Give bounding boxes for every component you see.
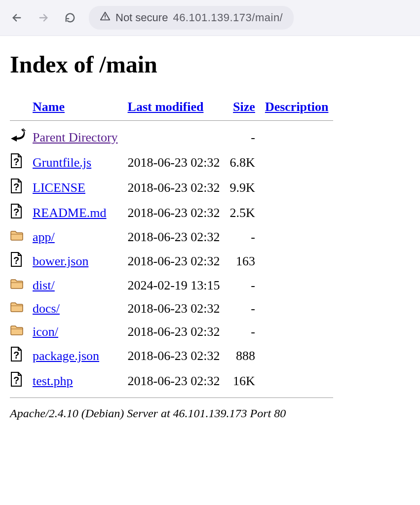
row-size-cell: 6.8K xyxy=(225,150,260,175)
row-name-cell: package.json xyxy=(28,343,123,368)
file-link[interactable]: README.md xyxy=(33,206,107,220)
row-modified-cell: 2018-06-23 02:32 xyxy=(123,200,225,225)
row-size-cell: - xyxy=(225,297,260,320)
page-body: Index of /main Name Last modified Size D… xyxy=(0,36,420,440)
row-modified-cell: 2024-02-19 13:15 xyxy=(123,274,225,297)
row-icon-cell: ? xyxy=(10,368,28,394)
row-modified-cell: 2018-06-23 02:32 xyxy=(123,225,225,249)
row-size-cell: - xyxy=(225,225,260,249)
file-link[interactable]: docs/ xyxy=(33,301,60,316)
row-name-cell: LICENSE xyxy=(28,175,123,200)
row-icon-cell xyxy=(10,225,28,249)
folder-icon xyxy=(10,300,23,316)
divider xyxy=(10,397,333,398)
svg-point-3 xyxy=(105,18,106,19)
directory-listing: Name Last modified Size Description Pare… xyxy=(10,98,333,402)
header-size[interactable]: Size xyxy=(225,98,260,116)
unknown-file-icon: ? xyxy=(10,178,23,194)
table-row: docs/2018-06-23 02:32- xyxy=(10,297,333,320)
file-link[interactable]: icon/ xyxy=(33,325,58,339)
not-secure-label: Not secure xyxy=(115,11,168,24)
table-row: ? Gruntfile.js2018-06-23 02:326.8K xyxy=(10,150,333,175)
row-size-cell: 9.9K xyxy=(225,175,260,200)
unknown-file-icon: ? xyxy=(10,203,23,219)
url-text: 46.101.139.173/main/ xyxy=(173,11,283,24)
row-description-cell xyxy=(260,320,334,343)
server-footer: Apache/2.4.10 (Debian) Server at 46.101.… xyxy=(10,407,410,420)
svg-text:?: ? xyxy=(13,255,19,266)
row-modified-cell xyxy=(123,125,225,150)
folder-icon xyxy=(10,323,23,339)
row-icon-cell xyxy=(10,297,28,320)
row-name-cell: bower.json xyxy=(28,249,123,274)
row-size-cell: - xyxy=(225,274,260,297)
row-icon-cell xyxy=(10,274,28,297)
row-size-cell: 163 xyxy=(225,249,260,274)
row-icon-cell: ? xyxy=(10,200,28,225)
file-link[interactable]: bower.json xyxy=(33,254,88,268)
row-modified-cell: 2018-06-23 02:32 xyxy=(123,368,225,394)
file-link[interactable]: test.php xyxy=(33,374,73,388)
address-bar[interactable]: Not secure 46.101.139.173/main/ xyxy=(89,6,294,30)
parent-directory-icon xyxy=(10,128,23,144)
table-row: ? bower.json2018-06-23 02:32163 xyxy=(10,249,333,274)
not-secure-icon xyxy=(100,11,111,25)
header-description[interactable]: Description xyxy=(260,98,334,116)
row-description-cell xyxy=(260,343,334,368)
table-row: dist/2024-02-19 13:15- xyxy=(10,274,333,297)
table-row: icon/2018-06-23 02:32- xyxy=(10,320,333,343)
browser-toolbar: Not secure 46.101.139.173/main/ xyxy=(0,0,420,36)
file-link[interactable]: dist/ xyxy=(33,278,55,292)
svg-text:?: ? xyxy=(13,181,19,192)
row-name-cell: test.php xyxy=(28,368,123,394)
svg-text:?: ? xyxy=(13,375,19,386)
table-row: ? README.md2018-06-23 02:322.5K xyxy=(10,200,333,225)
row-modified-cell: 2018-06-23 02:32 xyxy=(123,150,225,175)
svg-text:?: ? xyxy=(13,207,19,217)
svg-text:?: ? xyxy=(13,350,19,361)
unknown-file-icon: ? xyxy=(10,252,23,267)
row-description-cell xyxy=(260,175,334,200)
row-size-cell: - xyxy=(225,125,260,150)
row-description-cell xyxy=(260,225,334,249)
row-description-cell xyxy=(260,150,334,175)
back-button[interactable] xyxy=(9,10,25,26)
row-icon-cell: ? xyxy=(10,175,28,200)
row-modified-cell: 2018-06-23 02:32 xyxy=(123,320,225,343)
row-modified-cell: 2018-06-23 02:32 xyxy=(123,175,225,200)
row-description-cell xyxy=(260,297,334,320)
file-link[interactable]: package.json xyxy=(33,349,99,363)
forward-button[interactable] xyxy=(36,10,51,26)
table-row: ? test.php2018-06-23 02:3216K xyxy=(10,368,333,394)
header-row: Name Last modified Size Description xyxy=(10,98,333,116)
table-row: Parent Directory- xyxy=(10,125,333,150)
row-name-cell: docs/ xyxy=(28,297,123,320)
header-name[interactable]: Name xyxy=(28,98,123,116)
row-description-cell xyxy=(260,249,334,274)
row-modified-cell: 2018-06-23 02:32 xyxy=(123,249,225,274)
folder-icon xyxy=(10,277,23,292)
file-link[interactable]: app/ xyxy=(33,230,55,244)
row-size-cell: 16K xyxy=(225,368,260,394)
table-row: app/2018-06-23 02:32- xyxy=(10,225,333,249)
row-modified-cell: 2018-06-23 02:32 xyxy=(123,297,225,320)
row-icon-cell: ? xyxy=(10,249,28,274)
page-title: Index of /main xyxy=(10,51,410,78)
svg-text:?: ? xyxy=(13,156,19,167)
reload-button[interactable] xyxy=(62,10,78,26)
file-link[interactable]: Gruntfile.js xyxy=(33,155,91,170)
divider xyxy=(10,120,333,121)
row-size-cell: - xyxy=(225,320,260,343)
row-icon-cell xyxy=(10,125,28,150)
row-size-cell: 888 xyxy=(225,343,260,368)
header-icon xyxy=(10,98,28,116)
unknown-file-icon: ? xyxy=(10,371,23,387)
row-name-cell: Parent Directory xyxy=(28,125,123,150)
file-link[interactable]: Parent Directory xyxy=(33,130,118,144)
header-last-modified[interactable]: Last modified xyxy=(123,98,225,116)
row-description-cell xyxy=(260,368,334,394)
unknown-file-icon: ? xyxy=(10,153,23,169)
file-link[interactable]: LICENSE xyxy=(33,180,85,195)
table-row: ? LICENSE2018-06-23 02:329.9K xyxy=(10,175,333,200)
row-icon-cell: ? xyxy=(10,343,28,368)
